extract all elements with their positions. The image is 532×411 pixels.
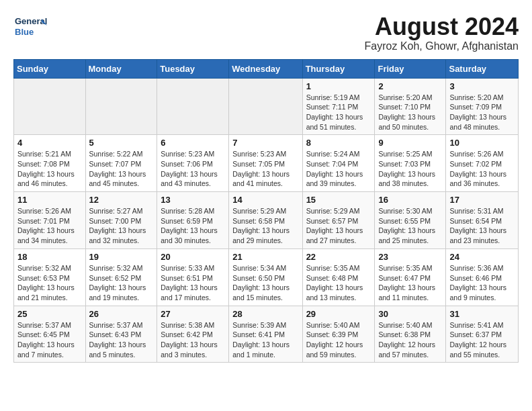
calendar-cell: 18Sunrise: 5:32 AM Sunset: 6:53 PM Dayli… — [14, 248, 86, 306]
day-number: 14 — [232, 195, 298, 205]
day-number: 18 — [17, 252, 82, 262]
day-info: Sunrise: 5:35 AM Sunset: 6:47 PM Dayligh… — [378, 263, 442, 303]
day-info: Sunrise: 5:24 AM Sunset: 7:04 PM Dayligh… — [306, 149, 371, 189]
calendar-cell: 17Sunrise: 5:31 AM Sunset: 6:54 PM Dayli… — [446, 192, 519, 249]
calendar-day-header: Sunday — [14, 59, 86, 78]
calendar-cell: 14Sunrise: 5:29 AM Sunset: 6:58 PM Dayli… — [229, 192, 302, 249]
calendar-week-row: 18Sunrise: 5:32 AM Sunset: 6:53 PM Dayli… — [14, 248, 519, 306]
logo: General Blue — [13, 13, 47, 40]
calendar-cell: 28Sunrise: 5:39 AM Sunset: 6:41 PM Dayli… — [229, 306, 302, 363]
day-info: Sunrise: 5:32 AM Sunset: 6:52 PM Dayligh… — [89, 263, 154, 303]
day-number: 25 — [17, 309, 82, 319]
calendar-cell: 25Sunrise: 5:37 AM Sunset: 6:45 PM Dayli… — [14, 306, 86, 363]
day-number: 22 — [306, 252, 371, 262]
calendar-cell: 5Sunrise: 5:22 AM Sunset: 7:07 PM Daylig… — [85, 135, 157, 192]
day-number: 6 — [161, 138, 225, 148]
day-info: Sunrise: 5:40 AM Sunset: 6:39 PM Dayligh… — [306, 320, 371, 360]
day-info: Sunrise: 5:22 AM Sunset: 7:07 PM Dayligh… — [89, 149, 154, 189]
day-number: 4 — [17, 138, 82, 148]
day-info: Sunrise: 5:23 AM Sunset: 7:05 PM Dayligh… — [232, 149, 298, 189]
calendar-day-header: Saturday — [446, 59, 519, 78]
calendar-cell: 8Sunrise: 5:24 AM Sunset: 7:04 PM Daylig… — [302, 135, 375, 192]
day-number: 31 — [449, 309, 515, 319]
location: Fayroz Koh, Ghowr, Afghanistan — [365, 40, 519, 52]
calendar-cell: 15Sunrise: 5:29 AM Sunset: 6:57 PM Dayli… — [302, 192, 375, 249]
day-number: 10 — [449, 138, 515, 148]
calendar-cell: 13Sunrise: 5:28 AM Sunset: 6:59 PM Dayli… — [157, 192, 229, 249]
day-number: 30 — [378, 309, 442, 319]
calendar-cell: 9Sunrise: 5:25 AM Sunset: 7:03 PM Daylig… — [375, 135, 446, 192]
calendar-cell: 21Sunrise: 5:34 AM Sunset: 6:50 PM Dayli… — [229, 248, 302, 306]
day-info: Sunrise: 5:26 AM Sunset: 7:02 PM Dayligh… — [449, 149, 515, 189]
day-number: 21 — [232, 252, 298, 262]
page-header: General Blue August 2024 Fayroz Koh, Gho… — [13, 13, 519, 52]
calendar-week-row: 25Sunrise: 5:37 AM Sunset: 6:45 PM Dayli… — [14, 306, 519, 363]
day-number: 12 — [89, 195, 154, 205]
calendar-cell: 4Sunrise: 5:21 AM Sunset: 7:08 PM Daylig… — [14, 135, 86, 192]
day-info: Sunrise: 5:36 AM Sunset: 6:46 PM Dayligh… — [449, 263, 515, 303]
day-info: Sunrise: 5:20 AM Sunset: 7:09 PM Dayligh… — [449, 93, 515, 132]
day-number: 27 — [161, 309, 225, 319]
day-number: 13 — [161, 195, 225, 205]
day-info: Sunrise: 5:26 AM Sunset: 7:01 PM Dayligh… — [17, 206, 82, 246]
month-year: August 2024 — [365, 13, 519, 40]
day-info: Sunrise: 5:37 AM Sunset: 6:43 PM Dayligh… — [89, 320, 154, 360]
day-number: 19 — [89, 252, 154, 262]
day-number: 15 — [306, 195, 371, 205]
day-info: Sunrise: 5:32 AM Sunset: 6:53 PM Dayligh… — [17, 263, 82, 303]
day-number: 11 — [17, 195, 82, 205]
day-info: Sunrise: 5:21 AM Sunset: 7:08 PM Dayligh… — [17, 149, 82, 189]
calendar-cell: 7Sunrise: 5:23 AM Sunset: 7:05 PM Daylig… — [229, 135, 302, 192]
day-number: 7 — [232, 138, 298, 148]
logo-svg: General Blue — [13, 13, 47, 40]
calendar-day-header: Wednesday — [229, 59, 302, 78]
svg-text:Blue: Blue — [15, 27, 34, 37]
day-info: Sunrise: 5:39 AM Sunset: 6:41 PM Dayligh… — [232, 320, 298, 360]
day-info: Sunrise: 5:40 AM Sunset: 6:38 PM Dayligh… — [378, 320, 442, 360]
day-number: 29 — [306, 309, 371, 319]
day-number: 9 — [378, 138, 442, 148]
day-info: Sunrise: 5:33 AM Sunset: 6:51 PM Dayligh… — [161, 263, 225, 303]
calendar-cell: 11Sunrise: 5:26 AM Sunset: 7:01 PM Dayli… — [14, 192, 86, 249]
calendar-table: SundayMondayTuesdayWednesdayThursdayFrid… — [13, 59, 519, 363]
calendar-cell: 16Sunrise: 5:30 AM Sunset: 6:55 PM Dayli… — [375, 192, 446, 249]
day-info: Sunrise: 5:38 AM Sunset: 6:42 PM Dayligh… — [161, 320, 225, 360]
calendar-cell: 30Sunrise: 5:40 AM Sunset: 6:38 PM Dayli… — [375, 306, 446, 363]
calendar-day-header: Tuesday — [157, 59, 229, 78]
day-number: 28 — [232, 309, 298, 319]
day-number: 16 — [378, 195, 442, 205]
calendar-cell: 3Sunrise: 5:20 AM Sunset: 7:09 PM Daylig… — [446, 78, 519, 135]
calendar-week-row: 1Sunrise: 5:19 AM Sunset: 7:11 PM Daylig… — [14, 78, 519, 135]
calendar-cell: 6Sunrise: 5:23 AM Sunset: 7:06 PM Daylig… — [157, 135, 229, 192]
calendar-day-header: Friday — [375, 59, 446, 78]
day-info: Sunrise: 5:25 AM Sunset: 7:03 PM Dayligh… — [378, 149, 442, 189]
calendar-header-row: SundayMondayTuesdayWednesdayThursdayFrid… — [14, 59, 519, 78]
day-info: Sunrise: 5:30 AM Sunset: 6:55 PM Dayligh… — [378, 206, 442, 246]
calendar-cell: 24Sunrise: 5:36 AM Sunset: 6:46 PM Dayli… — [446, 248, 519, 306]
calendar-day-header: Thursday — [302, 59, 375, 78]
calendar-cell: 31Sunrise: 5:41 AM Sunset: 6:37 PM Dayli… — [446, 306, 519, 363]
calendar-cell: 19Sunrise: 5:32 AM Sunset: 6:52 PM Dayli… — [85, 248, 157, 306]
day-info: Sunrise: 5:27 AM Sunset: 7:00 PM Dayligh… — [89, 206, 154, 246]
day-info: Sunrise: 5:29 AM Sunset: 6:57 PM Dayligh… — [306, 206, 371, 246]
day-number: 3 — [449, 81, 515, 91]
day-number: 8 — [306, 138, 371, 148]
calendar-cell: 23Sunrise: 5:35 AM Sunset: 6:47 PM Dayli… — [375, 248, 446, 306]
day-number: 23 — [378, 252, 442, 262]
calendar-cell: 10Sunrise: 5:26 AM Sunset: 7:02 PM Dayli… — [446, 135, 519, 192]
calendar-cell: 26Sunrise: 5:37 AM Sunset: 6:43 PM Dayli… — [85, 306, 157, 363]
day-info: Sunrise: 5:23 AM Sunset: 7:06 PM Dayligh… — [161, 149, 225, 189]
day-info: Sunrise: 5:29 AM Sunset: 6:58 PM Dayligh… — [232, 206, 298, 246]
calendar-cell: 12Sunrise: 5:27 AM Sunset: 7:00 PM Dayli… — [85, 192, 157, 249]
day-number: 1 — [306, 81, 371, 91]
day-number: 20 — [161, 252, 225, 262]
calendar-cell — [229, 78, 302, 135]
calendar-cell: 29Sunrise: 5:40 AM Sunset: 6:39 PM Dayli… — [302, 306, 375, 363]
calendar-day-header: Monday — [85, 59, 157, 78]
calendar-week-row: 4Sunrise: 5:21 AM Sunset: 7:08 PM Daylig… — [14, 135, 519, 192]
calendar-week-row: 11Sunrise: 5:26 AM Sunset: 7:01 PM Dayli… — [14, 192, 519, 249]
day-info: Sunrise: 5:20 AM Sunset: 7:10 PM Dayligh… — [378, 93, 442, 132]
calendar-cell: 20Sunrise: 5:33 AM Sunset: 6:51 PM Dayli… — [157, 248, 229, 306]
calendar-cell: 27Sunrise: 5:38 AM Sunset: 6:42 PM Dayli… — [157, 306, 229, 363]
day-info: Sunrise: 5:28 AM Sunset: 6:59 PM Dayligh… — [161, 206, 225, 246]
